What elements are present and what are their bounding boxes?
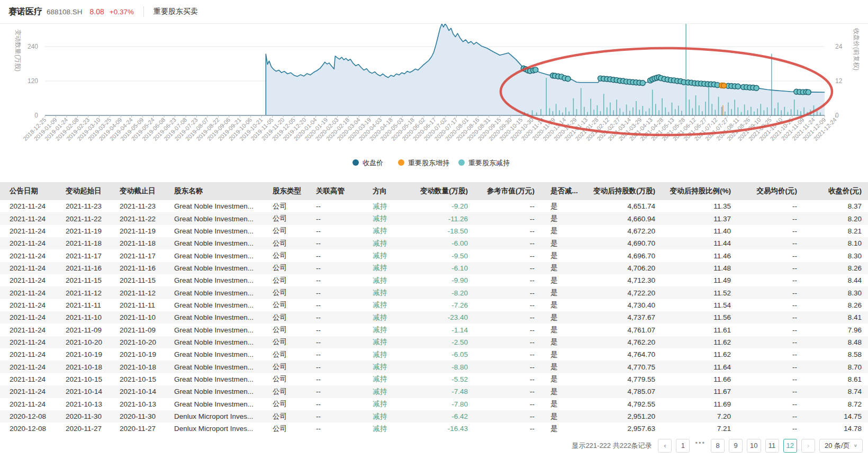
table-cell: 公司 <box>263 249 306 262</box>
legend-item-increase[interactable]: 重要股东增持 <box>398 159 449 167</box>
legend-item-close-price[interactable]: 收盘价 <box>352 159 383 167</box>
table-cell: 公司 <box>263 237 306 249</box>
table-cell: 11.46 <box>662 249 737 262</box>
table-cell: 公司 <box>263 299 306 311</box>
table-cell: 11.64 <box>662 361 737 373</box>
table-cell: -- <box>306 398 363 410</box>
table-cell: 2021-10-14 <box>56 385 110 398</box>
table-cell: 2021-11-24 <box>0 323 56 336</box>
chart-svg[interactable]: 2018-12-252019-01-092019-01-242019-02-08… <box>0 24 868 175</box>
table-cell: 2021-11-24 <box>0 225 56 237</box>
left-axis-tick-label: 240 <box>28 43 38 50</box>
table-cell: -- <box>306 237 363 249</box>
table-cell: -6.05 <box>409 348 474 361</box>
column-header: 股东名称 <box>165 182 263 200</box>
table-cell: -- <box>306 336 363 348</box>
legend-item-decrease[interactable]: 重要股东减持 <box>458 159 510 167</box>
column-header: 收盘价(元) <box>803 182 868 200</box>
table-cell: -- <box>737 348 803 361</box>
table-cell: 2021-11-24 <box>0 274 56 286</box>
table-cell: 2021-10-15 <box>110 373 165 385</box>
table-cell: -6.10 <box>409 262 474 274</box>
table-cell: 公司 <box>263 200 306 212</box>
page-button-11[interactable]: 11 <box>765 439 779 453</box>
column-header: 股东类型 <box>263 182 306 200</box>
table-cell: 2020-11-27 <box>110 422 165 435</box>
tab-important-shareholder-trading[interactable]: 重要股东买卖 <box>153 7 198 16</box>
sell-marker <box>640 80 645 86</box>
table-row: 2021-11-242021-11-172021-11-17Great Nobl… <box>0 249 868 262</box>
table-cell: -- <box>474 373 541 385</box>
column-header: 交易均价(元) <box>737 182 803 200</box>
table-cell: 2021-10-19 <box>110 348 165 361</box>
table-cell: Great Noble Investmen... <box>165 385 263 398</box>
table-cell: 公司 <box>263 336 306 348</box>
table-cell: -- <box>474 237 541 249</box>
table-cell: Great Noble Investmen... <box>165 237 263 249</box>
table-cell: 减持 <box>363 249 409 262</box>
column-header: 公告日期 <box>0 182 56 200</box>
page-size-select[interactable]: 20 条/页 ∨ <box>819 439 863 453</box>
table-cell: 减持 <box>363 286 409 299</box>
table-cell: 公司 <box>263 286 306 299</box>
table-cell: 4,792.55 <box>581 398 662 410</box>
table-cell: Denlux Microport Inves... <box>165 410 263 422</box>
table-cell: -5.52 <box>409 373 474 385</box>
table-cell: -- <box>737 299 803 311</box>
prev-page-button[interactable]: ‹ <box>658 439 672 453</box>
table-cell: 4,696.70 <box>581 249 662 262</box>
table-cell: 2021-11-10 <box>56 311 110 323</box>
table-cell: -- <box>737 262 803 274</box>
table-cell: -- <box>737 373 803 385</box>
table-cell: 2020-12-08 <box>0 422 56 435</box>
table-cell: 是 <box>541 262 581 274</box>
table-cell: -- <box>306 385 363 398</box>
table-cell: Great Noble Investmen... <box>165 262 263 274</box>
column-header: 变动起始日 <box>56 182 110 200</box>
table-cell: 2021-11-24 <box>0 200 56 212</box>
table-cell: Great Noble Investmen... <box>165 336 263 348</box>
table-cell: -6.42 <box>409 410 474 422</box>
column-header: 是否减... <box>541 182 581 200</box>
page-button-8[interactable]: 8 <box>711 439 725 453</box>
table-cell: 2021-10-20 <box>110 336 165 348</box>
table-cell: 14.75 <box>803 410 868 422</box>
table-cell: 减持 <box>363 225 409 237</box>
table-cell: 4,651.74 <box>581 200 662 212</box>
table-cell: 11.62 <box>662 348 737 361</box>
table-row: 2021-11-242021-11-102021-11-10Great Nobl… <box>0 311 868 323</box>
table-cell: 2021-11-12 <box>110 286 165 299</box>
table-cell: -- <box>474 225 541 237</box>
table-cell: -8.80 <box>409 361 474 373</box>
table-cell: 减持 <box>363 398 409 410</box>
table-cell: 8.70 <box>803 361 868 373</box>
table-cell: -- <box>474 200 541 212</box>
page-button-10[interactable]: 10 <box>747 439 761 453</box>
sell-marker <box>735 84 740 89</box>
table-cell: 8.44 <box>803 274 868 286</box>
table-cell: 公司 <box>263 373 306 385</box>
table-cell: 2021-11-24 <box>0 311 56 323</box>
table-cell: Great Noble Investmen... <box>165 225 263 237</box>
sell-marker <box>806 89 811 95</box>
table-cell: -- <box>306 249 363 262</box>
table-cell: 公司 <box>263 385 306 398</box>
page-button-12[interactable]: 12 <box>783 439 797 453</box>
table-cell: Great Noble Investmen... <box>165 361 263 373</box>
table-row: 2021-11-242021-10-152021-10-15Great Nobl… <box>0 373 868 385</box>
table-cell: -- <box>474 410 541 422</box>
stock-change-percent: +0.37% <box>110 8 134 16</box>
table-cell: 减持 <box>363 237 409 249</box>
table-cell: 减持 <box>363 373 409 385</box>
table-cell: 7.96 <box>803 323 868 336</box>
table-cell: 2021-11-17 <box>56 249 110 262</box>
table-cell: 2021-11-11 <box>56 299 110 311</box>
column-header: 变动后持股比例(%) <box>662 182 737 200</box>
page-button-1[interactable]: 1 <box>676 439 690 453</box>
table-cell: -- <box>737 274 803 286</box>
shareholder-trades-table: 公告日期变动起始日变动截止日股东名称股东类型关联高管方向变动数量(万股)参考市值… <box>0 182 868 435</box>
table-cell: 2021-11-24 <box>0 336 56 348</box>
page-button-9[interactable]: 9 <box>729 439 743 453</box>
next-page-button[interactable]: › <box>801 439 815 453</box>
table-cell: 是 <box>541 323 581 336</box>
